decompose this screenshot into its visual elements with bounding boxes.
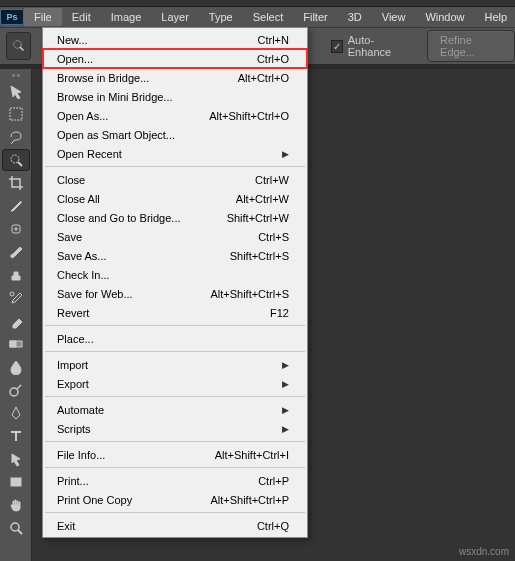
submenu-arrow-icon: ▶ — [282, 424, 289, 434]
menuitem-shortcut: F12 — [270, 307, 289, 319]
menuitem-label: Automate — [57, 404, 104, 416]
refine-edge-button[interactable]: Refine Edge... — [427, 30, 515, 62]
menuitem-exit[interactable]: ExitCtrl+Q — [43, 516, 307, 535]
quick-selection-tool[interactable] — [2, 149, 30, 171]
menuitem-label: Browse in Bridge... — [57, 72, 149, 84]
submenu-arrow-icon: ▶ — [282, 405, 289, 415]
healing-brush-tool[interactable] — [2, 218, 30, 240]
clone-stamp-tool[interactable] — [2, 264, 30, 286]
eyedropper-tool-icon — [8, 198, 24, 214]
menuitem-label: New... — [57, 34, 88, 46]
menuitem-label: Open As... — [57, 110, 108, 122]
menuitem-label: Import — [57, 359, 88, 371]
menuitem-save-as[interactable]: Save As...Shift+Ctrl+S — [43, 246, 307, 265]
menuitem-revert[interactable]: RevertF12 — [43, 303, 307, 322]
menu-layer[interactable]: Layer — [151, 8, 199, 26]
menuitem-label: Close — [57, 174, 85, 186]
menuitem-export[interactable]: Export▶ — [43, 374, 307, 393]
menu-separator — [45, 396, 305, 397]
type-tool[interactable] — [2, 425, 30, 447]
menuitem-label: File Info... — [57, 449, 105, 461]
menuitem-print-one-copy[interactable]: Print One CopyAlt+Shift+Ctrl+P — [43, 490, 307, 509]
menuitem-label: Print One Copy — [57, 494, 132, 506]
menu-3d[interactable]: 3D — [338, 8, 372, 26]
menu-filter[interactable]: Filter — [293, 8, 337, 26]
menu-edit[interactable]: Edit — [62, 8, 101, 26]
menuitem-label: Close All — [57, 193, 100, 205]
blur-tool[interactable] — [2, 356, 30, 378]
lasso-tool-icon — [8, 129, 24, 145]
watermark: wsxdn.com — [459, 546, 509, 557]
eyedropper-tool[interactable] — [2, 195, 30, 217]
lasso-tool[interactable] — [2, 126, 30, 148]
submenu-arrow-icon: ▶ — [282, 360, 289, 370]
svg-rect-6 — [10, 341, 16, 347]
hand-tool[interactable] — [2, 494, 30, 516]
tool-preset-picker[interactable] — [6, 32, 31, 60]
menubar: Ps FileEditImageLayerTypeSelectFilter3DV… — [0, 7, 515, 27]
brush-tool[interactable] — [2, 241, 30, 263]
menuitem-label: Revert — [57, 307, 89, 319]
menuitem-shortcut: Alt+Ctrl+W — [236, 193, 289, 205]
menuitem-save[interactable]: SaveCtrl+S — [43, 227, 307, 246]
eraser-tool-icon — [8, 313, 24, 329]
menuitem-scripts[interactable]: Scripts▶ — [43, 419, 307, 438]
menu-select[interactable]: Select — [243, 8, 294, 26]
toolbar-grip-icon[interactable] — [0, 71, 31, 79]
menuitem-shortcut: Alt+Shift+Ctrl+P — [210, 494, 289, 506]
menu-separator — [45, 441, 305, 442]
svg-point-9 — [11, 523, 19, 531]
zoom-tool-icon — [8, 520, 24, 536]
menuitem-save-for-web[interactable]: Save for Web...Alt+Shift+Ctrl+S — [43, 284, 307, 303]
crop-tool-icon — [8, 175, 24, 191]
menu-view[interactable]: View — [372, 8, 416, 26]
file-menu-dropdown: New...Ctrl+NOpen...Ctrl+OBrowse in Bridg… — [42, 27, 308, 538]
menuitem-check-in[interactable]: Check In... — [43, 265, 307, 284]
menu-type[interactable]: Type — [199, 8, 243, 26]
eraser-tool[interactable] — [2, 310, 30, 332]
menuitem-label: Save As... — [57, 250, 107, 262]
menuitem-browse-in-mini-bridge[interactable]: Browse in Mini Bridge... — [43, 87, 307, 106]
menuitem-place[interactable]: Place... — [43, 329, 307, 348]
menuitem-browse-in-bridge[interactable]: Browse in Bridge...Alt+Ctrl+O — [43, 68, 307, 87]
healing-brush-tool-icon — [8, 221, 24, 237]
menu-file[interactable]: File — [24, 8, 62, 26]
rectangle-tool-icon — [8, 474, 24, 490]
menuitem-shortcut: Shift+Ctrl+S — [230, 250, 289, 262]
menuitem-automate[interactable]: Automate▶ — [43, 400, 307, 419]
menuitem-print[interactable]: Print...Ctrl+P — [43, 471, 307, 490]
crop-tool[interactable] — [2, 172, 30, 194]
pen-tool-icon — [8, 405, 24, 421]
toolbar — [0, 69, 32, 561]
menuitem-new[interactable]: New...Ctrl+N — [43, 30, 307, 49]
quick-selection-icon — [10, 37, 28, 55]
auto-enhance-checkbox[interactable]: ✓ Auto-Enhance — [331, 34, 409, 58]
gradient-tool[interactable] — [2, 333, 30, 355]
menu-help[interactable]: Help — [475, 8, 515, 26]
menuitem-open[interactable]: Open...Ctrl+O — [43, 49, 307, 68]
menuitem-close-and-go-to-bridge[interactable]: Close and Go to Bridge...Shift+Ctrl+W — [43, 208, 307, 227]
path-selection-tool[interactable] — [2, 448, 30, 470]
menuitem-open-as-smart-object[interactable]: Open as Smart Object... — [43, 125, 307, 144]
menuitem-shortcut: Ctrl+P — [258, 475, 289, 487]
menuitem-close-all[interactable]: Close AllAlt+Ctrl+W — [43, 189, 307, 208]
menuitem-file-info[interactable]: File Info...Alt+Shift+Ctrl+I — [43, 445, 307, 464]
path-selection-tool-icon — [8, 451, 24, 467]
history-brush-tool[interactable] — [2, 287, 30, 309]
move-tool-icon — [8, 83, 24, 99]
pen-tool[interactable] — [2, 402, 30, 424]
menu-image[interactable]: Image — [101, 8, 152, 26]
menuitem-open-as[interactable]: Open As...Alt+Shift+Ctrl+O — [43, 106, 307, 125]
svg-point-7 — [10, 388, 18, 396]
move-tool[interactable] — [2, 80, 30, 102]
menuitem-close[interactable]: CloseCtrl+W — [43, 170, 307, 189]
rectangle-tool[interactable] — [2, 471, 30, 493]
menu-separator — [45, 166, 305, 167]
menu-window[interactable]: Window — [415, 8, 474, 26]
marquee-tool[interactable] — [2, 103, 30, 125]
menu-separator — [45, 467, 305, 468]
dodge-tool[interactable] — [2, 379, 30, 401]
zoom-tool[interactable] — [2, 517, 30, 539]
menuitem-import[interactable]: Import▶ — [43, 355, 307, 374]
menuitem-open-recent[interactable]: Open Recent▶ — [43, 144, 307, 163]
